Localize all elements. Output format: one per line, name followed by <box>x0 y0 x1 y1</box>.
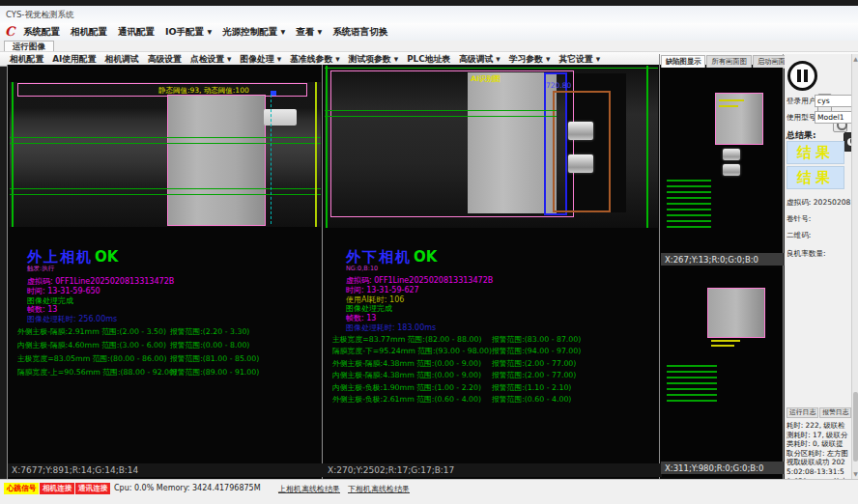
left-measure-line-2 <box>10 143 321 144</box>
menu-camera-config[interactable]: 相机配置 <box>71 26 107 39</box>
log-tab-strip: 运行日志 报警日志 错误日志 <box>786 407 858 418</box>
camera-link-badge: 相机连接 <box>40 483 74 494</box>
left-image-green-line <box>12 82 14 227</box>
thumb2-annotation <box>711 340 740 342</box>
app-logo-icon: C <box>5 24 14 39</box>
measurement-row: 外侧主极-隔膜:4.38mm 范围:(0.00 - 9.00)报警范围:(2.0… <box>332 358 651 370</box>
left-measure-line-4 <box>10 194 321 195</box>
left-separator-region <box>167 95 266 226</box>
rtab-all-views[interactable]: 所有画面图 <box>706 55 751 69</box>
tab-strip: 运行图像 <box>0 41 858 51</box>
sidebar: 登录用户: cys 使用型号: Model1 总结果: 结果 结果 虚拟码: 2… <box>785 54 858 479</box>
virtual-code-value: 虚拟码: 20250208 <box>786 198 850 208</box>
menu-bar: C 系统配置 相机配置 通讯配置 IO手配置 ▾ 光源控制配置 ▾ 查看 ▾ 系… <box>0 23 858 42</box>
left-ok-badge: OK <box>95 248 118 266</box>
left-measure-line-3 <box>10 188 321 189</box>
left-connector-part <box>264 109 297 126</box>
result-badge-2: 结果 <box>786 166 844 189</box>
middle-time: 时间: 13-31-59-627 <box>346 286 493 295</box>
measurement-row: 内侧主极-隔膜:4.38mm 范围:(0.00 - 9.00)报警范围:(2.0… <box>332 370 651 381</box>
measurement-row: 主极宽度=83.77mm 范围:(82.00 - 88.00)报警范围:(83.… <box>332 334 651 346</box>
scroll-up-icon[interactable]: ▲ <box>852 55 858 63</box>
yield-count-label: 良机率数量: <box>786 249 826 259</box>
measurement-row: 内侧主极-隔膜:4.60mm 范围:(3.00 - 6.00)报警范围:(0.0… <box>17 340 317 353</box>
model-label: 使用型号: <box>786 113 818 123</box>
middle-measure-line-1 <box>325 110 557 111</box>
left-process-elapsed: 图像处理耗时: 256.00ms <box>27 315 174 324</box>
measurement-row: 隔膜宽度-上=90.56mm 范围:(88.00 - 92.00)报警范围:(8… <box>17 367 317 380</box>
middle-top-green-line <box>325 68 658 69</box>
thumb1-metal-part <box>723 164 740 176</box>
status-bar: 心跳信号 相机连接 通讯连接 Cpu: 0.0% Memory: 3424.41… <box>0 479 858 504</box>
left-camera-image[interactable]: 静态阈值:93, 动态阈值:100 <box>10 82 321 227</box>
rtab-defect-view[interactable]: 缺陷图显示 <box>661 55 705 69</box>
menu-io-config[interactable]: IO手配置 ▾ <box>165 26 212 39</box>
thumb1-annotation <box>719 99 744 101</box>
menu-system-config[interactable]: 系统配置 <box>23 26 60 39</box>
middle-left-green-line <box>326 66 328 228</box>
window-title: CYS-视觉检测系统 <box>6 10 73 21</box>
left-coords-bar: X:7677;Y:891;R:14;G:14;B:14 <box>8 463 326 477</box>
thumb2-bright-region <box>707 288 765 338</box>
left-yellow-edge-line <box>315 82 317 227</box>
middle-camera-title: 外下相机 <box>346 248 412 266</box>
menu-comm-config[interactable]: 通讯配置 <box>118 26 155 39</box>
right-view-tabs: 缺陷图显示 所有画面图 启动画面图 <box>661 55 797 69</box>
measurement-row: 外侧主极-负极:2.61mm 范围:(0.60 - 4.00)报警范围:(0.6… <box>332 394 651 406</box>
thumb-panel-2[interactable] <box>661 268 783 460</box>
measurement-row: 隔膜宽度-下=95.24mm 范围:(93.00 - 98.00)报警范围:(9… <box>332 346 651 357</box>
log-tab-alarm[interactable]: 报警日志 <box>819 407 851 418</box>
left-process-done: 图像处理完成 <box>27 296 174 306</box>
lower-camera-offline-link[interactable]: 下相机离线检结果 <box>348 484 410 494</box>
left-time: 时间: 13-31-59-650 <box>27 287 174 296</box>
sidebar-scrollbar[interactable]: ▲ ▼ <box>851 54 858 479</box>
left-result-block: 外上相机OK 触发:执行 虚拟码: 0FF1Line20250208133134… <box>27 247 174 324</box>
left-measure-line-1 <box>10 137 321 138</box>
middle-process-done: 图像处理完成 <box>346 304 493 314</box>
middle-ai-label: AI识别图 <box>471 74 500 84</box>
measurement-row: 主极宽度=83.05mm 范围:(80.00 - 86.00)报警范围:(81.… <box>17 353 317 367</box>
middle-measurements: 主极宽度=83.77mm 范围:(82.00 - 88.00)报警范围:(83.… <box>332 334 651 406</box>
scroll-down-icon[interactable]: ▼ <box>852 470 858 478</box>
thumb-panel-1[interactable] <box>661 68 783 253</box>
splitter-left <box>7 65 8 479</box>
roll-needle-label: 卷针号: <box>786 214 811 224</box>
middle-ai-elapsed: 使用AI耗时: 106 <box>346 295 493 305</box>
menu-light-config[interactable]: 光源控制配置 ▾ <box>222 26 285 39</box>
comm-link-badge: 通讯连接 <box>75 483 110 494</box>
measurement-row: 内侧主极-负极:1.90mm 范围:(1.00 - 2.20)报警范围:(1.1… <box>332 382 651 394</box>
middle-virtual-code: 虚拟码: 0FF1Line2025020813313472B <box>346 276 493 286</box>
upper-camera-offline-link[interactable]: 上相机离线检结果 <box>278 484 340 494</box>
middle-coords-bar: X:270;Y:2502;R:17;G:17;B:17 <box>324 463 662 477</box>
scrollbar-thumb[interactable] <box>853 392 858 462</box>
app-window: CYS-视觉检测系统 C 系统配置 相机配置 通讯配置 IO手配置 ▾ 光源控制… <box>0 0 858 504</box>
thumb2-coords-bar: X:311;Y:980;R:0;G:0;B:0 <box>661 462 786 474</box>
left-cyan-guide-line <box>271 95 272 224</box>
left-camera-title: 外上相机 <box>27 248 93 266</box>
title-bar: CYS-视觉检测系统 <box>0 6 858 24</box>
qr-code-label: 二维码: <box>786 231 811 240</box>
thumb1-annotation <box>719 105 738 107</box>
middle-camera-image[interactable]: AI识别图 720.80 <box>325 66 658 228</box>
middle-ai-value: 720.80 <box>546 81 571 90</box>
left-virtual-code: 虚拟码: 0FF1Line2025020813313472B <box>27 277 174 287</box>
middle-metal-part-2 <box>568 154 593 173</box>
cpu-memory-text: Cpu: 0.0% Memory: 3424.41796875M <box>114 484 261 492</box>
middle-ok-badge: OK <box>414 248 437 266</box>
menu-view[interactable]: 查看 ▾ <box>296 26 322 39</box>
log-tab-run[interactable]: 运行日志 <box>786 407 818 418</box>
pause-button[interactable] <box>787 61 817 91</box>
thumb1-metal-part <box>723 149 740 160</box>
pause-icon <box>797 70 801 82</box>
splitter-right <box>783 54 784 479</box>
menu-language-switch[interactable]: 系统语言切换 <box>332 26 387 39</box>
middle-orange-box <box>553 91 611 212</box>
thumb1-text-overlay <box>667 176 711 232</box>
splitter-mid2[interactable] <box>659 54 660 479</box>
left-measurements: 外侧主极-隔膜:2.91mm 范围:(2.00 - 3.50)报警范围:(2.2… <box>17 326 317 380</box>
heartbeat-badge: 心跳信号 <box>4 483 39 494</box>
middle-right-green-line <box>646 66 648 228</box>
middle-metal-part-1 <box>568 122 593 140</box>
measurement-row: 外侧主极-隔膜:2.91mm 范围:(2.00 - 3.50)报警范围:(2.2… <box>17 326 317 340</box>
splitter-mid1[interactable] <box>322 65 323 479</box>
